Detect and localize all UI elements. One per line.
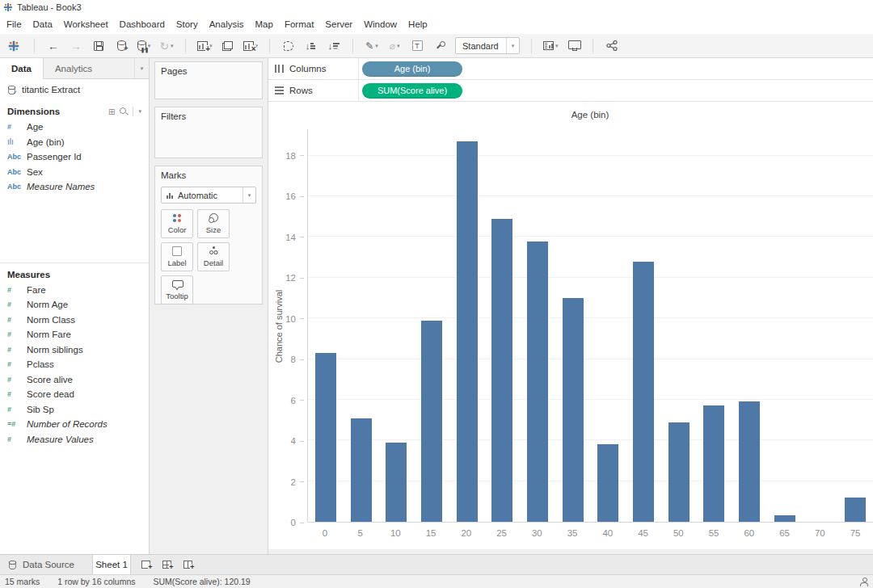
tableau-home-button[interactable] <box>6 36 21 56</box>
menu-item-worksheet[interactable]: Worksheet <box>58 16 114 32</box>
run-update-button[interactable]: ↻▾ <box>159 36 174 56</box>
field-norm-class[interactable]: #Norm Class <box>0 313 149 328</box>
marks-card[interactable]: Marks Automatic ▾ ColorSizeLabelDetailTo… <box>154 166 263 304</box>
detail-button[interactable]: Detail <box>197 242 230 271</box>
chevron-down-icon[interactable]: ▾ <box>171 43 174 48</box>
menu-item-data[interactable]: Data <box>27 16 58 32</box>
data-source-item[interactable]: ✓ titantic Extract <box>0 79 149 100</box>
pages-card[interactable]: Pages <box>154 61 263 99</box>
bar-mark-x50[interactable] <box>668 422 690 522</box>
user-icon[interactable] <box>859 578 868 586</box>
tab-data-source[interactable]: Data Source <box>0 555 92 574</box>
field-score-dead[interactable]: #Score dead <box>0 387 149 402</box>
pause-auto-updates-button[interactable]: ❚❚▾ <box>137 36 151 56</box>
sort-descending-button[interactable]: ↓ <box>327 36 341 56</box>
undo-button[interactable]: ← <box>46 36 61 56</box>
label-button[interactable]: Label <box>161 242 193 271</box>
highlight-button[interactable] <box>281 36 296 56</box>
sort-ascending-button[interactable]: ↓ <box>304 36 318 56</box>
bar-mark-x75[interactable] <box>845 498 866 522</box>
new-dashboard-tab-button[interactable]: + <box>158 557 175 572</box>
field-fare[interactable]: #Fare <box>0 283 149 298</box>
columns-pill-age-bin[interactable]: Age (bin) <box>362 61 462 77</box>
mark-type-select[interactable]: Automatic ▾ <box>161 187 256 204</box>
field-passenger-id[interactable]: AbcPassenger Id <box>0 149 149 165</box>
fit-mode-dropdown[interactable]: ▾ <box>506 38 519 53</box>
fix-axes-button[interactable] <box>432 36 447 56</box>
clear-formatting-button[interactable]: ⌀▾ <box>387 36 402 56</box>
redo-button[interactable]: → <box>69 36 83 56</box>
presentation-mode-button[interactable] <box>567 36 581 56</box>
new-story-tab-button[interactable]: + <box>179 557 196 572</box>
bar-mark-x35[interactable] <box>563 298 584 522</box>
bar-mark-x45[interactable] <box>633 262 654 522</box>
menu-item-help[interactable]: Help <box>403 16 433 32</box>
show-hide-cards-button[interactable]: ▾ <box>543 36 559 56</box>
field-norm-fare[interactable]: #Norm Fare <box>0 327 149 342</box>
mark-type-value: Automatic <box>178 191 217 200</box>
field-measure-values[interactable]: #Measure Values <box>0 432 149 447</box>
bar-mark-x65[interactable] <box>774 515 795 522</box>
field-pclass[interactable]: #Pclass <box>0 357 149 372</box>
bar-mark-x10[interactable] <box>386 443 407 522</box>
chevron-down-icon[interactable]: ▾ <box>375 43 378 48</box>
menu-item-story[interactable]: Story <box>171 16 204 32</box>
menu-item-file[interactable]: File <box>1 16 27 32</box>
show-mark-labels-button[interactable]: T <box>410 36 424 56</box>
chevron-down-icon[interactable]: ▾ <box>555 43 559 49</box>
bar-mark-x40[interactable] <box>597 444 618 522</box>
highlight-pen-button[interactable]: ✎▾ <box>365 36 379 56</box>
marks-button-label: Label <box>167 258 186 267</box>
tab-data[interactable]: Data <box>0 58 44 79</box>
bar-mark-x5[interactable] <box>351 418 372 522</box>
field-age-bin-[interactable]: ılıAge (bin) <box>0 135 149 150</box>
menu-item-map[interactable]: Map <box>250 16 279 32</box>
field-norm-age[interactable]: #Norm Age <box>0 297 149 313</box>
field-measure-names[interactable]: AbcMeasure Names <box>0 179 149 195</box>
rows-shelf[interactable]: Rows SUM(Score alive) <box>268 80 873 102</box>
clear-sheet-button[interactable]: ×▾ <box>243 36 259 56</box>
bar-mark-x55[interactable] <box>703 405 724 522</box>
share-button[interactable] <box>605 36 619 56</box>
rows-pill-sum-score-alive[interactable]: SUM(Score alive) <box>362 83 462 99</box>
field-norm-siblings[interactable]: #Norm siblings <box>0 342 149 358</box>
bar-mark-x25[interactable] <box>491 219 512 522</box>
columns-shelf[interactable]: Columns Age (bin) <box>268 58 873 80</box>
menu-item-window[interactable]: Window <box>358 16 403 32</box>
tab-sheet-1[interactable]: Sheet 1 <box>92 555 131 574</box>
new-worksheet-button[interactable]: +▾ <box>197 36 213 56</box>
y-tick-label: 12 <box>285 272 296 284</box>
color-button[interactable]: Color <box>161 209 193 238</box>
bar-mark-x30[interactable] <box>527 242 548 523</box>
chevron-down-icon[interactable]: ▾ <box>138 108 141 115</box>
field-score-alive[interactable]: #Score alive <box>0 372 149 388</box>
field-number-of-records[interactable]: =#Number of Records <box>0 417 149 432</box>
bar-mark-x15[interactable] <box>421 321 442 522</box>
field-sib-sp[interactable]: #Sib Sp <box>0 402 149 418</box>
field-sex[interactable]: AbcSex <box>0 165 149 180</box>
field-age[interactable]: #Age <box>0 120 149 135</box>
bar-mark-x20[interactable] <box>457 141 478 522</box>
y-tick-mark <box>300 359 304 360</box>
mark-type-dropdown[interactable]: ▾ <box>242 187 255 203</box>
new-worksheet-tab-button[interactable]: + <box>137 557 154 572</box>
view-data-grid-icon[interactable]: ⊞ <box>108 107 115 116</box>
menu-item-format[interactable]: Format <box>279 16 319 32</box>
menu-item-dashboard[interactable]: Dashboard <box>114 16 171 32</box>
menu-item-analysis[interactable]: Analysis <box>204 16 250 32</box>
data-pane-menu-button[interactable]: ▾ <box>134 58 149 78</box>
tab-analytics[interactable]: Analytics <box>44 58 134 78</box>
fit-mode-select[interactable]: Standard ▾ <box>455 37 520 54</box>
menu-item-server[interactable]: Server <box>319 16 358 32</box>
bar-mark-x0[interactable] <box>315 353 336 522</box>
find-field-icon[interactable] <box>120 107 128 116</box>
plot-area[interactable] <box>307 129 873 523</box>
filters-card[interactable]: Filters <box>154 107 263 158</box>
add-data-source-button[interactable]: + <box>114 36 129 56</box>
duplicate-sheet-button[interactable] <box>221 36 235 56</box>
chevron-down-icon[interactable]: ▾ <box>397 43 400 48</box>
save-button[interactable] <box>91 36 106 56</box>
tooltip-button[interactable]: Tooltip <box>161 275 193 304</box>
size-button[interactable]: Size <box>197 209 230 238</box>
bar-mark-x60[interactable] <box>739 401 760 522</box>
